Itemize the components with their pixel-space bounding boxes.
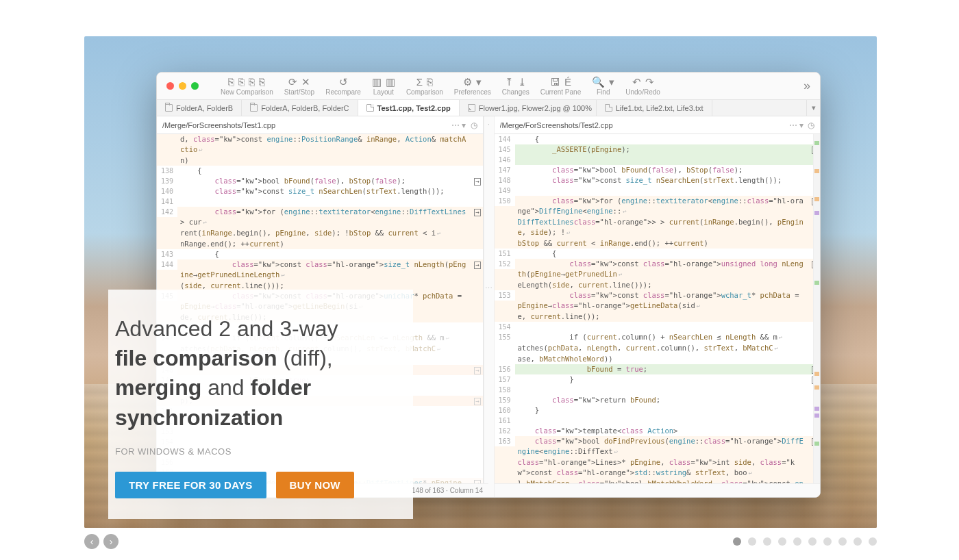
toolbar-icon[interactable]: ▾: [609, 77, 614, 87]
code-line[interactable]: rent(inRange.begin(), pEngine, side); !b…: [157, 228, 483, 239]
carousel-dot[interactable]: [838, 537, 847, 546]
code-line[interactable]: nRange.end(); ++current): [157, 239, 483, 249]
toolbar-icon[interactable]: ⎘: [249, 77, 255, 87]
code-line[interactable]: 151 {: [495, 249, 821, 259]
code-text: nRange.end(); ++current): [177, 239, 471, 249]
code-line[interactable]: 138 {: [157, 166, 483, 176]
carousel-dot[interactable]: [778, 537, 786, 546]
code-line[interactable]: 139 class="kw">bool bFound(false), bStop…: [157, 176, 483, 186]
path-clock-icon[interactable]: ◷: [808, 120, 814, 130]
toolbar-icon[interactable]: ↶: [632, 77, 641, 87]
code-line[interactable]: 148 class="kw">const size_t nSearchLen(s…: [495, 175, 821, 186]
try-free-button[interactable]: TRY FREE FOR 30 DAYS: [115, 472, 266, 498]
toolbar-icon[interactable]: ⎘: [228, 77, 234, 87]
merge-arrow-icon[interactable]: →: [471, 176, 483, 186]
toolbar-icon[interactable]: ⤒: [505, 77, 514, 87]
code-text: class="kw">const size_t nSearchLen(strTe…: [177, 186, 471, 196]
toolbar-icon[interactable]: ▥: [386, 77, 395, 87]
right-code-area[interactable]: 144 {145 _ASSERTE(pEngine);←146147 class…: [495, 134, 821, 497]
toolbar-icon[interactable]: ✕: [301, 77, 310, 87]
toolbar-icon[interactable]: 🔍: [592, 77, 605, 87]
carousel-prev-icon[interactable]: ‹: [84, 534, 99, 549]
toolbar-icon[interactable]: ⤓: [518, 77, 527, 87]
tab-dropdown-icon[interactable]: ▾: [806, 100, 820, 116]
tab[interactable]: Test1.cpp, Test2.cpp: [358, 100, 460, 116]
toolbar-icon[interactable]: ⎘: [259, 77, 265, 87]
toolbar-icon[interactable]: ⟳: [288, 77, 297, 87]
pane-divider[interactable]: · ⋯: [484, 116, 495, 497]
code-line[interactable]: 145 _ASSERTE(pEngine);←: [495, 144, 821, 155]
carousel-dot[interactable]: [748, 537, 756, 546]
code-line[interactable]: 162 class="kw">template<class Action>: [495, 426, 821, 436]
merge-arrow-icon[interactable]: →: [471, 259, 483, 270]
toolbar-icon[interactable]: Σ: [416, 77, 423, 87]
code-line[interactable]: 163 class="kw">bool doFindPrevious(engin…: [495, 436, 821, 457]
toolbar-icon[interactable]: ⎘: [427, 77, 433, 87]
code-line[interactable]: 150 class="kw">for (engine::textiterator…: [495, 196, 821, 217]
code-line[interactable]: 146: [495, 155, 821, 165]
code-line[interactable]: 160 }: [495, 405, 821, 416]
code-line[interactable]: ase, bMatchWholeWord)): [495, 354, 821, 364]
carousel-dot[interactable]: [823, 537, 832, 546]
code-line[interactable]: 156 bFound = true;←: [495, 364, 821, 374]
carousel-next-icon[interactable]: ›: [103, 534, 119, 549]
code-line[interactable]: 140 class="kw">const size_t nSearchLen(s…: [157, 186, 483, 196]
code-line[interactable]: 158: [495, 385, 821, 395]
code-line[interactable]: 155 if (current.column() + nSearchLen ≤ …: [495, 332, 821, 343]
code-line[interactable]: class="hl-orange">Lines>* pEngine, class…: [495, 457, 821, 479]
minimize-icon[interactable]: [179, 82, 186, 90]
code-line[interactable]: 159 class="kw">return bFound;: [495, 395, 821, 405]
carousel-dot[interactable]: [733, 537, 741, 546]
code-line[interactable]: n): [157, 155, 483, 166]
code-line[interactable]: 141: [157, 196, 483, 207]
carousel-dot[interactable]: [763, 537, 771, 546]
tab[interactable]: FolderA, FolderB: [157, 100, 242, 116]
code-line[interactable]: 147 class="kw">bool bFound(false), bStop…: [495, 165, 821, 175]
merge-menu-icon[interactable]: ⋯: [484, 284, 494, 293]
code-text: {: [177, 166, 471, 176]
toolbar-icon[interactable]: 🖫: [550, 77, 560, 87]
path-menu-icon[interactable]: ⋯ ▾: [789, 120, 804, 130]
code-line[interactable]: 153 class="kw">const class="hl-orange">w…: [495, 290, 821, 311]
tab[interactable]: FolderA, FolderB, FolderC: [242, 100, 358, 116]
toolbar-icon[interactable]: ⎘: [238, 77, 245, 87]
toolbar-icon[interactable]: ↺: [339, 77, 348, 87]
overview-strip[interactable]: [813, 134, 820, 483]
code-line[interactable]: d, class="kw">const engine::PositionRang…: [157, 134, 483, 155]
carousel-dot[interactable]: [793, 537, 801, 546]
path-menu-icon[interactable]: ⋯ ▾: [451, 120, 466, 130]
close-icon[interactable]: [166, 82, 174, 90]
toolbar-icon[interactable]: ▾: [476, 77, 482, 87]
tab[interactable]: Life1.txt, Life2.txt, Life3.txt: [597, 100, 712, 116]
toolbar-icon[interactable]: ▥: [372, 77, 382, 87]
buy-now-button[interactable]: BUY NOW: [276, 472, 354, 498]
tab[interactable]: Flower1.jpg, Flower2.jpg @ 100%: [460, 100, 597, 116]
toolbar-overflow-icon[interactable]: »: [801, 79, 813, 93]
carousel-dot[interactable]: [854, 537, 862, 546]
code-line[interactable]: 154: [495, 322, 821, 332]
toolbar-icon[interactable]: ↷: [645, 77, 654, 87]
code-line[interactable]: 144 class="kw">const class="hl-orange">s…: [157, 259, 483, 281]
toolbar-icon[interactable]: É: [564, 77, 571, 87]
code-line[interactable]: 142 class="kw">for (engine::textiterator…: [157, 207, 483, 228]
code-line[interactable]: 152 class="kw">const class="hl-orange">u…: [495, 259, 821, 280]
code-line[interactable]: 143 {: [157, 249, 483, 259]
merge-arrow-icon[interactable]: →: [471, 207, 483, 217]
maximize-icon[interactable]: [191, 82, 199, 90]
code-line[interactable]: 144 {: [495, 134, 821, 144]
code-line[interactable]: eLength(side, current.line()));: [495, 280, 821, 290]
carousel-dot[interactable]: [869, 537, 877, 546]
code-line[interactable]: 157 }←: [495, 374, 821, 385]
code-line[interactable]: 161: [495, 416, 821, 426]
code-line[interactable]: e, current.line());: [495, 311, 821, 322]
merge-arrow-icon[interactable]: →: [471, 365, 483, 375]
line-number: 157: [495, 374, 515, 385]
code-line[interactable]: 149: [495, 186, 821, 196]
path-clock-icon[interactable]: ◷: [471, 120, 477, 130]
code-line[interactable]: atches(pchData, nLength, current.column(…: [495, 343, 821, 354]
carousel-dot[interactable]: [808, 537, 817, 546]
code-line[interactable]: DiffTextLinesclass="hl-orange">> > curre…: [495, 217, 821, 238]
toolbar-icon[interactable]: ⚙: [463, 77, 472, 87]
code-line[interactable]: bStop && current < inRange.end(); ++curr…: [495, 238, 821, 249]
merge-arrow-icon[interactable]: →: [471, 396, 483, 406]
